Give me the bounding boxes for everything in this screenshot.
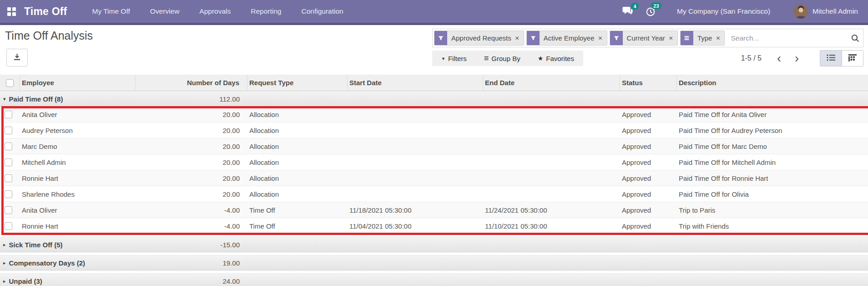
list-table: Employee Number of Days Request Type Sta…	[0, 75, 868, 286]
cell-number-of-days: 20.00	[136, 111, 247, 118]
group-total-days: -15.00	[136, 241, 247, 249]
search-input[interactable]	[727, 34, 851, 42]
facet-remove-icon[interactable]: ✕	[598, 35, 603, 41]
list-view-button[interactable]	[820, 51, 842, 66]
column-header-status[interactable]: Status	[620, 75, 677, 91]
row-checkbox[interactable]	[5, 190, 12, 198]
pager-range[interactable]: 1-5 / 5	[741, 54, 762, 62]
nav-configuration[interactable]: Configuration	[302, 7, 343, 15]
row-checkbox[interactable]	[5, 174, 12, 182]
search-icon[interactable]	[851, 34, 859, 42]
messages-icon[interactable]: 4	[622, 6, 633, 16]
cell-number-of-days: -4.00	[136, 222, 247, 230]
company-switcher[interactable]: My Company (San Francisco)	[677, 7, 770, 15]
activities-icon[interactable]: 23	[645, 6, 656, 17]
group-label: ▸Unpaid (3)	[0, 277, 136, 285]
nav-reporting[interactable]: Reporting	[251, 7, 281, 15]
cell-description: Paid Time Off for Marc Demo	[677, 143, 868, 150]
row-checkbox[interactable]	[5, 222, 12, 230]
row-checkbox[interactable]	[5, 143, 12, 150]
row-checkbox-cell	[0, 158, 20, 166]
group-row[interactable]: ▸Compensatory Days (2)19.00	[0, 255, 868, 271]
facet-remove-icon[interactable]: ✕	[669, 35, 673, 41]
search-facet-current-year: Current Year ✕	[610, 31, 678, 46]
caret-right-icon: ▸	[3, 242, 6, 248]
table-row[interactable]: Anita Oliver-4.00Time Off11/18/2021 05:3…	[0, 202, 868, 218]
row-checkbox[interactable]	[5, 206, 12, 214]
apps-menu-icon[interactable]	[7, 7, 16, 16]
pager-previous-button[interactable]: ‹	[775, 54, 783, 63]
cell-end-date: 11/24/2021 05:30:00	[483, 206, 620, 214]
nav-approvals[interactable]: Approvals	[199, 7, 231, 15]
cell-employee: Anita Oliver	[20, 206, 136, 214]
group-row[interactable]: ▸Unpaid (3)24.00	[0, 273, 868, 286]
table-row[interactable]: Audrey Peterson20.00AllocationApprovedPa…	[0, 123, 868, 138]
cell-status: Approved	[620, 143, 677, 150]
cell-request-type: Allocation	[247, 174, 348, 182]
facet-remove-icon[interactable]: ✕	[515, 35, 520, 41]
group-total-days: 24.00	[136, 277, 247, 285]
group-by-button[interactable]: ≡ Group By	[484, 54, 520, 63]
row-checkbox[interactable]	[5, 127, 12, 134]
row-checkbox-cell	[0, 206, 20, 214]
facet-remove-icon[interactable]: ✕	[716, 35, 720, 41]
cell-status: Approved	[620, 174, 677, 182]
filter-icon	[434, 31, 447, 45]
cell-number-of-days: 20.00	[136, 143, 247, 150]
search-options-bar: ▼ Filters ≡ Group By ★ Favorites	[432, 51, 583, 66]
cell-number-of-days: 20.00	[136, 174, 247, 182]
page-title: Time Off Analysis	[5, 29, 93, 42]
pager-next-button[interactable]: ›	[793, 54, 801, 63]
time-off-analysis-page: Time Off My Time Off Overview Approvals …	[0, 0, 868, 286]
group-total-days: 112.00	[136, 95, 247, 103]
cell-status: Approved	[620, 111, 677, 118]
column-header-request-type[interactable]: Request Type	[247, 75, 348, 91]
select-all-checkbox[interactable]	[6, 79, 14, 87]
group-by-icon: ≡	[484, 54, 489, 63]
group-label: ▸Sick Time Off (5)	[0, 241, 136, 249]
app-title[interactable]: Time Off	[24, 5, 67, 18]
cell-start-date: 11/18/2021 05:30:00	[348, 206, 483, 214]
nav-overview[interactable]: Overview	[150, 7, 180, 15]
export-download-button[interactable]	[6, 49, 28, 66]
table-row[interactable]: Mitchell Admin20.00AllocationApprovedPai…	[0, 154, 868, 170]
table-row[interactable]: Ronnie Hart20.00AllocationApprovedPaid T…	[0, 170, 868, 186]
column-header-number-of-days[interactable]: Number of Days	[136, 75, 247, 91]
filters-button[interactable]: ▼ Filters	[441, 55, 467, 62]
search-bar[interactable]: Approved Requests ✕ Active Employee ✕	[432, 29, 863, 47]
table-row[interactable]: Sharlene Rhodes20.00AllocationApprovedPa…	[0, 186, 868, 202]
column-header-end-date[interactable]: End Date	[483, 75, 620, 91]
navbar-systray: 4 23 My Company (San Francisco) Mitchell…	[611, 5, 858, 19]
user-avatar[interactable]	[794, 5, 808, 19]
column-header-start-date[interactable]: Start Date	[348, 75, 483, 91]
cell-description: Paid Time Off for Mitchell Admin	[677, 158, 868, 166]
table-row[interactable]: Anita Oliver20.00AllocationApprovedPaid …	[0, 107, 868, 123]
cell-end-date: 11/10/2021 05:30:00	[483, 222, 620, 230]
row-checkbox[interactable]	[5, 111, 12, 118]
group-by-icon	[681, 31, 693, 45]
group-row[interactable]: ▾Paid Time Off (8)112.00	[0, 91, 868, 107]
facet-label: Type	[697, 34, 712, 42]
cell-request-type: Time Off	[247, 206, 348, 214]
cell-employee: Audrey Peterson	[20, 127, 136, 134]
table-row[interactable]: Marc Demo20.00AllocationApprovedPaid Tim…	[0, 138, 868, 154]
column-header-description[interactable]: Description	[677, 75, 868, 91]
nav-my-time-off[interactable]: My Time Off	[92, 7, 130, 15]
column-header-employee[interactable]: Employee	[20, 75, 136, 91]
table-row[interactable]: Ronnie Hart-4.00Time Off11/04/2021 05:30…	[0, 218, 868, 234]
pivot-view-button[interactable]	[842, 51, 863, 66]
user-menu[interactable]: Mitchell Admin	[812, 7, 858, 15]
facet-label: Current Year	[627, 34, 665, 42]
main-menu: My Time Off Overview Approvals Reporting…	[92, 7, 343, 15]
row-checkbox[interactable]	[5, 158, 12, 166]
cell-description: Trip to Paris	[677, 206, 868, 214]
cell-description: Paid Time Off for Anita Oliver	[677, 111, 868, 118]
control-panel: Time Off Analysis Approved Requests ✕	[0, 25, 868, 75]
cell-description: Paid Time Off for Audrey Peterson	[677, 127, 868, 134]
group-row[interactable]: ▸Sick Time Off (5)-15.00	[0, 237, 868, 252]
table-body: ▾Paid Time Off (8)112.00Anita Oliver20.0…	[0, 91, 868, 286]
cell-request-type: Allocation	[247, 111, 348, 118]
group-title: Compensatory Days (2)	[9, 259, 86, 267]
cell-request-type: Time Off	[247, 222, 348, 230]
favorites-button[interactable]: ★ Favorites	[538, 55, 574, 62]
